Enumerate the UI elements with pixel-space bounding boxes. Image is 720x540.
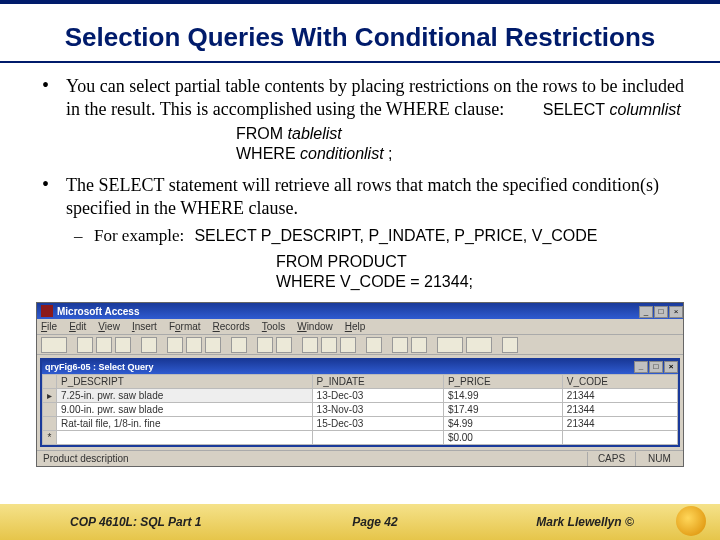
menu-help[interactable]: Help bbox=[345, 319, 366, 334]
cell[interactable]: $0.00 bbox=[443, 431, 562, 445]
cut-icon[interactable] bbox=[167, 337, 183, 353]
footer-course: COP 4610L: SQL Part 1 bbox=[0, 515, 300, 529]
table-row: ▸ 7.25-in. pwr. saw blade 13-Dec-03 $14.… bbox=[43, 389, 678, 403]
status-caps: CAPS bbox=[587, 452, 635, 466]
sql-block-1: FROM tablelist WHERE conditionlist ; bbox=[236, 124, 684, 164]
query-close-button[interactable]: × bbox=[664, 361, 678, 373]
menu-view[interactable]: View bbox=[98, 319, 120, 334]
cell[interactable] bbox=[57, 431, 313, 445]
minimize-button[interactable]: _ bbox=[639, 306, 653, 318]
close-button[interactable]: × bbox=[669, 306, 683, 318]
example-sql-select: SELECT P_DESCRIPT, P_INDATE, P_PRICE, V_… bbox=[194, 227, 597, 244]
table-row: 9.00-in. pwr. saw blade 13-Nov-03 $17.49… bbox=[43, 403, 678, 417]
sort-asc-icon[interactable] bbox=[257, 337, 273, 353]
delete-record-icon[interactable] bbox=[411, 337, 427, 353]
undo-icon[interactable] bbox=[231, 337, 247, 353]
help-icon[interactable] bbox=[502, 337, 518, 353]
preview-icon[interactable] bbox=[115, 337, 131, 353]
toolbar bbox=[37, 335, 683, 355]
cell[interactable]: 7.25-in. pwr. saw blade bbox=[57, 389, 313, 403]
row-selector[interactable] bbox=[43, 417, 57, 431]
query-maximize-button[interactable]: □ bbox=[649, 361, 663, 373]
app-titlebar: Microsoft Access _□× bbox=[37, 303, 683, 319]
spelling-icon[interactable] bbox=[141, 337, 157, 353]
filter-form-icon[interactable] bbox=[321, 337, 337, 353]
row-selector-new[interactable]: * bbox=[43, 431, 57, 445]
footer-bar: COP 4610L: SQL Part 1 Page 42 Mark Llewe… bbox=[0, 504, 720, 540]
cell[interactable] bbox=[562, 431, 677, 445]
results-table: P_DESCRIPT P_INDATE P_PRICE V_CODE ▸ 7.2… bbox=[42, 374, 678, 445]
status-text: Product description bbox=[37, 453, 587, 464]
apply-filter-icon[interactable] bbox=[340, 337, 356, 353]
example-sql-from: FROM PRODUCT bbox=[276, 252, 684, 272]
bullet-list: You can select partial table contents by… bbox=[36, 75, 684, 292]
cell[interactable]: 13-Dec-03 bbox=[312, 389, 443, 403]
query-minimize-button[interactable]: _ bbox=[634, 361, 648, 373]
row-selector-current[interactable]: ▸ bbox=[43, 389, 57, 403]
new-object-button[interactable] bbox=[466, 337, 492, 353]
query-title-text: qryFig6-05 : Select Query bbox=[45, 362, 154, 372]
col-indate[interactable]: P_INDATE bbox=[312, 375, 443, 389]
cell[interactable] bbox=[312, 431, 443, 445]
example-sql-where: WHERE V_CODE = 21344; bbox=[276, 272, 684, 292]
view-dropdown-button[interactable] bbox=[41, 337, 67, 353]
sub-bullet: For example: SELECT P_DESCRIPT, P_INDATE… bbox=[66, 225, 684, 246]
menu-tools[interactable]: Tools bbox=[262, 319, 285, 334]
menu-file[interactable]: File bbox=[41, 319, 57, 334]
cell[interactable]: 21344 bbox=[562, 403, 677, 417]
slide: Selection Queries With Conditional Restr… bbox=[0, 0, 720, 540]
bullet-2: The SELECT statement will retrieve all r… bbox=[36, 174, 684, 292]
paste-icon[interactable] bbox=[205, 337, 221, 353]
cell[interactable]: 15-Dec-03 bbox=[312, 417, 443, 431]
find-icon[interactable] bbox=[366, 337, 382, 353]
col-descript[interactable]: P_DESCRIPT bbox=[57, 375, 313, 389]
maximize-button[interactable]: □ bbox=[654, 306, 668, 318]
sql-inline-param: columnlist bbox=[610, 101, 681, 118]
example-sql-block: FROM PRODUCT WHERE V_CODE = 21344; bbox=[276, 252, 684, 292]
cell[interactable]: 13-Nov-03 bbox=[312, 403, 443, 417]
cell[interactable]: 9.00-in. pwr. saw blade bbox=[57, 403, 313, 417]
ucf-logo-icon bbox=[676, 506, 706, 536]
cell[interactable]: $14.99 bbox=[443, 389, 562, 403]
cell[interactable]: 21344 bbox=[562, 417, 677, 431]
content-area: You can select partial table contents by… bbox=[0, 63, 720, 292]
footer-page: Page 42 bbox=[300, 515, 450, 529]
access-screenshot: Microsoft Access _□× File Edit View Inse… bbox=[36, 302, 684, 467]
save-icon[interactable] bbox=[77, 337, 93, 353]
sql-inline-keyword: SELECT bbox=[543, 101, 605, 118]
row-header-corner bbox=[43, 375, 57, 389]
status-num: NUM bbox=[635, 452, 683, 466]
new-record-icon[interactable] bbox=[392, 337, 408, 353]
menu-bar: File Edit View Insert Format Records Too… bbox=[37, 319, 683, 335]
bullet-1: You can select partial table contents by… bbox=[36, 75, 684, 164]
sql-from-line: FROM tablelist bbox=[236, 124, 684, 144]
sub-label: For example: bbox=[94, 226, 184, 245]
row-selector[interactable] bbox=[43, 403, 57, 417]
window-buttons: _□× bbox=[638, 305, 683, 318]
app-title-text: Microsoft Access bbox=[57, 306, 638, 317]
col-vcode[interactable]: V_CODE bbox=[562, 375, 677, 389]
menu-window[interactable]: Window bbox=[297, 319, 333, 334]
cell[interactable]: $17.49 bbox=[443, 403, 562, 417]
cell[interactable]: Rat-tail file, 1/8-in. fine bbox=[57, 417, 313, 431]
query-window: qryFig6-05 : Select Query _□× P_DESCRIPT… bbox=[40, 358, 680, 447]
sort-desc-icon[interactable] bbox=[276, 337, 292, 353]
query-titlebar: qryFig6-05 : Select Query _□× bbox=[42, 360, 678, 374]
menu-insert[interactable]: Insert bbox=[132, 319, 157, 334]
bullet-2-text: The SELECT statement will retrieve all r… bbox=[66, 175, 659, 218]
access-key-icon bbox=[41, 305, 53, 317]
sql-where-line: WHERE conditionlist ; bbox=[236, 144, 684, 164]
cell[interactable]: $4.99 bbox=[443, 417, 562, 431]
copy-icon[interactable] bbox=[186, 337, 202, 353]
menu-records[interactable]: Records bbox=[213, 319, 250, 334]
slide-title: Selection Queries With Conditional Restr… bbox=[0, 4, 720, 63]
col-price[interactable]: P_PRICE bbox=[443, 375, 562, 389]
menu-format[interactable]: Format bbox=[169, 319, 201, 334]
cell[interactable]: 21344 bbox=[562, 389, 677, 403]
filter-icon[interactable] bbox=[302, 337, 318, 353]
menu-edit[interactable]: Edit bbox=[69, 319, 86, 334]
table-row: Rat-tail file, 1/8-in. fine 15-Dec-03 $4… bbox=[43, 417, 678, 431]
db-window-button[interactable] bbox=[437, 337, 463, 353]
status-bar: Product description CAPS NUM bbox=[37, 450, 683, 466]
print-icon[interactable] bbox=[96, 337, 112, 353]
